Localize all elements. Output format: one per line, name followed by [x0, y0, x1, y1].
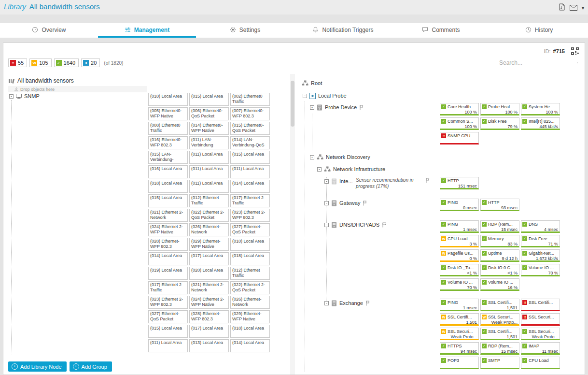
library-sensor-box[interactable]: (027) Ethernet-QoS Packet — [148, 310, 188, 323]
library-sensor-box[interactable]: (008) Ethernet0 Traffic — [148, 122, 188, 135]
flag-icon[interactable] — [363, 201, 367, 206]
library-sensor-box[interactable]: (011) LAN-Verbindung — [189, 136, 229, 149]
library-sensor-box[interactable]: (014) LAN-Verbindung-QoS — [230, 136, 270, 149]
tab-overview[interactable]: Overview — [0, 23, 98, 38]
library-sensor-box[interactable]: (011) Local Area — [189, 151, 229, 164]
library-sensor-box[interactable]: (022) Ethernet 2-QoS Packet — [189, 209, 229, 222]
sensor-box-ssl-securi[interactable]: WSSL Securi...Weak Proto... — [480, 313, 519, 326]
library-sensor-box[interactable]: (015) Local Area — [189, 93, 229, 106]
breadcrumb-library[interactable]: Library — [4, 2, 26, 11]
library-sensor-box[interactable]: (014) Ethernet0-WFP Native — [189, 122, 229, 135]
library-sensor-box[interactable]: (024) Ethernet 2-WFP Native — [189, 296, 229, 309]
library-sensor-box[interactable]: (016) Ethernet0-WFP 802.3 — [148, 136, 188, 149]
sensor-box-ssl-securi[interactable]: !!SSL Securi... — [521, 313, 560, 326]
tab-notification-triggers[interactable]: Notification Triggers — [294, 23, 392, 38]
flag-icon[interactable] — [359, 105, 364, 110]
library-sensor-box[interactable]: (027) Ethernet-QoS Packet — [230, 223, 270, 236]
library-sensor-box[interactable]: (011) Local Area — [148, 339, 188, 352]
sensor-box-gigabit-net[interactable]: ✓Gigabit-Net...1,672 kbit/s — [521, 249, 560, 262]
expand-toggle[interactable]: - — [324, 301, 329, 305]
sensor-box-rdp-rem[interactable]: ✓RDP (Rem...15 msec — [480, 220, 519, 233]
add-object-icon[interactable] — [558, 3, 565, 13]
library-sensor-box[interactable]: (015) LAN-Verbindung- — [148, 151, 188, 164]
sensor-box-memory[interactable]: ✓Memory83 % — [480, 235, 519, 247]
flag-icon[interactable] — [425, 178, 430, 183]
sensor-box-volume-io[interactable]: ✓Volume IO ...70 % — [521, 264, 560, 276]
library-sensor-box[interactable]: (015) Local Area — [148, 194, 188, 207]
library-sensor-box[interactable]: (017) Ethernet 2 Traffic — [230, 194, 270, 207]
expand-toggle[interactable]: - — [310, 155, 314, 159]
drop-zone[interactable]: Drop objects here — [8, 86, 147, 92]
sensor-box-dns[interactable]: ✓DNS4 msec — [521, 220, 560, 233]
sensor-box-ssl-securi[interactable]: ✓SSL Securi...Weak Proto... — [521, 328, 560, 340]
library-sensor-box[interactable]: (024) Ethernet 2-WFP Native — [148, 223, 188, 236]
library-sensor-box[interactable]: (022) Ethernet 2-QoS Packet — [230, 281, 270, 294]
sensor-box-ssl-securi[interactable]: WSSL Securi...Weak Proto... — [440, 328, 479, 340]
library-node-snmp[interactable]: - SNMP — [9, 93, 40, 99]
library-sensor-box[interactable]: (018) Local Area — [230, 252, 270, 265]
flag-icon[interactable] — [365, 301, 370, 306]
sensor-box-core-health[interactable]: ✓Core Health100 % — [440, 103, 479, 115]
library-sensor-box[interactable]: (015) Local Area — [148, 325, 188, 338]
scrollbar-thumb[interactable] — [291, 81, 294, 127]
library-sensor-box[interactable]: (017) Local Area — [189, 252, 229, 265]
library-sensor-box[interactable]: (005) Ethernet0-WFP Native — [148, 107, 188, 120]
tree-node-label[interactable]: Network Infrastructure — [333, 166, 385, 172]
library-sensor-box[interactable]: (011) Local Area — [230, 165, 270, 178]
sensor-box-cpu-load[interactable]: ✓CPU Load — [521, 357, 560, 369]
library-sensor-box[interactable]: (015) Local Area — [230, 151, 270, 164]
library-sensor-box[interactable]: (018) Local Area — [148, 180, 188, 193]
sensor-box-disk-io-0-c[interactable]: ✓Disk IO 0 C:<1 % — [480, 264, 519, 276]
sensor-box-ssl-certifi[interactable]: WSSL Certifi...1,501 — [440, 313, 479, 326]
sensor-box-uptime[interactable]: ✓Uptime9 d 12 h — [480, 249, 519, 262]
sensor-box-common-s[interactable]: ✓Common S...100 % — [440, 117, 479, 130]
search-icon[interactable] — [577, 59, 578, 66]
library-sensor-box[interactable]: (018) Local Area — [230, 325, 270, 338]
sensor-box-volume-io[interactable]: ✓Volume IO ...16 % — [480, 278, 519, 291]
library-sensor-box[interactable]: (026) Ethernet-Network — [230, 296, 270, 309]
sensor-box-ssl-certifi[interactable]: ✓SSL Certifi...1,501 — [480, 328, 519, 340]
sensor-box-disk-io-to[interactable]: ✓Disk IO _To...<1 % — [440, 264, 479, 276]
library-sensor-box[interactable]: (007) Ethernet0-WFP 802.3 — [230, 107, 270, 120]
sensor-box-probe-heal[interactable]: ✓Probe Heal...100 % — [480, 103, 519, 115]
sensor-box-smtp[interactable]: ✓SMTP — [480, 357, 519, 369]
sensor-box-http[interactable]: ✓HTTP151 msec — [440, 177, 479, 189]
library-sensor-box[interactable]: (017) Local Area — [189, 325, 229, 338]
tab-management[interactable]: Management — [98, 23, 196, 38]
library-sensor-box[interactable]: (010) Local Area — [230, 238, 270, 251]
expand-toggle[interactable]: - — [324, 223, 329, 227]
library-sensor-box[interactable]: (013) Local Area — [189, 339, 229, 352]
caret-down-icon[interactable]: ▾ — [582, 6, 584, 11]
status-badge-warning[interactable]: W105 — [29, 58, 51, 67]
library-sensor-box[interactable]: (019) Local Area — [148, 267, 188, 280]
library-sensor-box[interactable]: (014) Local Area — [230, 180, 270, 193]
library-sensor-box[interactable]: (029) Ethernet-WFP Native — [230, 310, 270, 323]
tree-node-label[interactable]: Probe Device — [325, 104, 357, 110]
qr-code-icon[interactable] — [571, 47, 579, 55]
status-badge-ok[interactable]: ✓1640 — [54, 58, 79, 67]
sensor-box-cpu-load[interactable]: WCPU Load3 % — [440, 235, 479, 247]
sensor-box-snmp-cpu[interactable]: !!SNMP CPU... — [440, 132, 479, 144]
status-badge-error[interactable]: !!55 — [8, 58, 27, 67]
library-sensor-box[interactable]: (021) Ethernet 2-Network — [148, 209, 188, 222]
search-input[interactable] — [498, 59, 575, 67]
library-sensor-box[interactable]: (011) Local Area — [189, 165, 229, 178]
library-sensor-box[interactable]: (020) Local Area — [189, 267, 229, 280]
tree-node-label[interactable]: Exchange — [339, 300, 363, 306]
library-sensor-box[interactable]: (012) Ethernet Traffic — [189, 194, 229, 207]
sensor-box-pop3[interactable]: ✓POP3 — [440, 357, 479, 369]
sensor-box-ssl-certifi[interactable]: ✓SSL Certifi...1,501 — [480, 299, 519, 311]
library-sensor-box[interactable]: (010) Local Area — [148, 93, 188, 106]
sensor-box-ping[interactable]: ✓PING1 msec — [440, 220, 479, 233]
tree-node-label[interactable]: Root — [311, 80, 322, 86]
sensor-box-intel-r-825[interactable]: ✓Intel[R] 825...445 kbit/s — [521, 117, 560, 130]
library-sensor-box[interactable]: (023) Ethernet 2-WFP 802.3 — [230, 209, 270, 222]
sensor-box-rdp-rem[interactable]: ✓RDP (Rem...15 msec — [480, 342, 519, 355]
tree-node-label[interactable]: Gateway — [339, 200, 360, 206]
library-sensor-box[interactable]: (014) Local Area — [230, 339, 270, 352]
sensor-box-pagefile-us[interactable]: WPagefile Us...0 % — [440, 249, 479, 262]
library-sensor-box[interactable]: (021) Ethernet 2-Network — [189, 281, 229, 294]
expand-toggle[interactable]: - — [310, 105, 314, 110]
sensor-box-disk-free[interactable]: ✓Disk Free71 % — [521, 235, 560, 247]
expand-toggle[interactable]: - — [9, 94, 14, 99]
